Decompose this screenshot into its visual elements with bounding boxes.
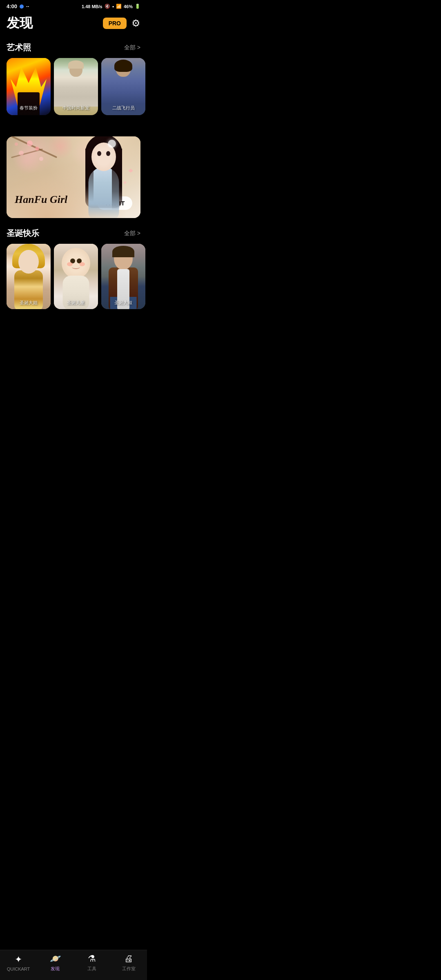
- hanfu-banner[interactable]: HanFu Girl TRY IT: [7, 136, 140, 218]
- xmas-section-header: 圣诞快乐 全部 >: [0, 225, 147, 244]
- status-dots: ··: [26, 3, 29, 9]
- art-section: 艺术照 全部 > 春节装扮 中国时尚新宠: [0, 39, 147, 115]
- settings-icon[interactable]: ⚙: [131, 18, 140, 29]
- art-section-title: 艺术照: [7, 42, 31, 53]
- art-card-1-label: 春节装扮: [20, 105, 38, 111]
- xmas-card-1[interactable]: 圣诞大姐: [7, 244, 51, 309]
- battery-icon: 🔋: [135, 4, 140, 9]
- header-actions: PRO ⚙: [103, 18, 140, 29]
- banner-text: HanFu Girl: [15, 194, 67, 206]
- header: 发现 PRO ⚙: [0, 11, 147, 39]
- branch-left: [7, 136, 74, 177]
- xmas-card-3[interactable]: 圣诞大叔: [101, 244, 145, 309]
- page-title: 发现: [7, 14, 33, 32]
- xmas-card-2[interactable]: 圣诞儿童: [54, 244, 98, 309]
- battery: 46%: [124, 4, 133, 9]
- xmas-section-title: 圣诞快乐: [7, 228, 39, 239]
- wifi-icon: 📶: [116, 4, 122, 9]
- art-section-header: 艺术照 全部 >: [0, 39, 147, 58]
- status-bar: 4:00 ·· 1.48 MB/s 🔇 ▪ 📶 46% 🔋: [0, 0, 147, 11]
- art-card-1[interactable]: 春节装扮: [7, 58, 51, 115]
- status-dot: [20, 4, 24, 9]
- xmas-card-1-label: 圣诞大姐: [20, 300, 38, 306]
- xmas-section: 圣诞快乐 全部 > 圣诞大姐: [0, 225, 147, 309]
- art-card-2[interactable]: 中国时尚新宠: [54, 58, 98, 115]
- status-left: 4:00 ··: [7, 3, 29, 9]
- xmas-card-3-label: 圣诞大叔: [114, 300, 132, 306]
- status-right: 1.48 MB/s 🔇 ▪ 📶 46% 🔋: [82, 4, 140, 9]
- art-card-2-label: 中国时尚新宠: [62, 105, 89, 111]
- xmas-card-2-label: 圣诞儿童: [67, 300, 85, 306]
- mute-icon: 🔇: [105, 4, 110, 9]
- xmas-photo-grid: 圣诞大姐 圣诞: [0, 244, 147, 309]
- art-card-3[interactable]: 二战飞行员: [101, 58, 145, 115]
- pro-badge[interactable]: PRO: [103, 18, 127, 29]
- network-speed: 1.48 MB/s: [82, 4, 102, 9]
- art-section-all[interactable]: 全部 >: [124, 44, 140, 51]
- xmas-section-all[interactable]: 全部 >: [124, 230, 140, 237]
- status-time: 4:00: [7, 3, 17, 9]
- hanfu-banner-section: HanFu Girl TRY IT: [0, 136, 147, 218]
- sim-icon: ▪: [112, 4, 114, 9]
- art-photo-grid: 春节装扮 中国时尚新宠 二战飞行员: [0, 58, 147, 115]
- hair-curly: [114, 60, 132, 72]
- art-card-3-label: 二战飞行员: [112, 105, 135, 111]
